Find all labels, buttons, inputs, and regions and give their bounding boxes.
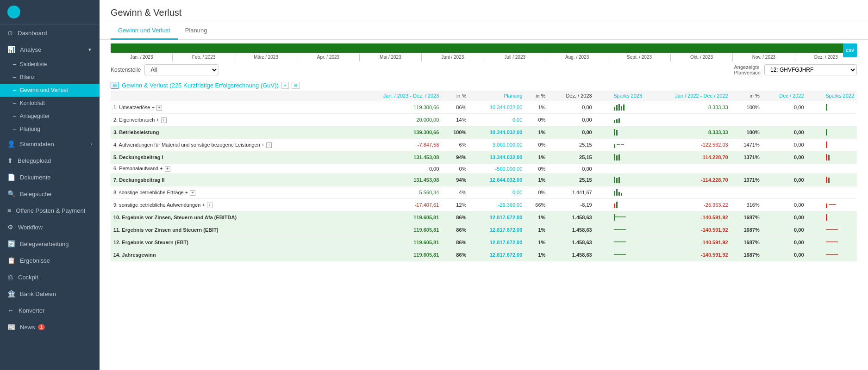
row-pct1: 86% — [442, 224, 469, 236]
row-val1: 131.453,08 — [352, 151, 442, 164]
expand-btn[interactable]: + — [161, 117, 167, 123]
sidebar-item-offene-posten[interactable]: ≡ Offene Posten & Payment — [0, 202, 100, 219]
row-pct3: 1371% — [731, 151, 762, 164]
chevron-down-icon: ▼ — [87, 47, 92, 52]
news-badge: 1 — [38, 324, 45, 330]
sidebar-item-dashboard[interactable]: ⊙ Dashboard — [0, 25, 100, 41]
svg-rect-26 — [614, 191, 615, 196]
row-spark2022 — [807, 249, 857, 261]
sidebar-item-saldenliste[interactable]: – Saldenliste — [0, 58, 100, 71]
row-pct1: 100% — [442, 126, 469, 139]
row-val1: -17.407,61 — [352, 199, 442, 211]
sidebar-item-bank-dateien-label: Bank Dateien — [20, 290, 56, 297]
expand-icon[interactable]: + — [281, 82, 289, 89]
sidebar-item-analyse[interactable]: 📊 Analyse ▼ — [0, 41, 100, 58]
sidebar-item-belegupload[interactable]: ⬆ Belegupload — [0, 152, 100, 169]
row-dez2 — [762, 164, 807, 174]
sidebar-item-anlagegueter[interactable]: – Anlagegüter — [0, 110, 100, 123]
row-val1: 119.605,81 — [352, 211, 442, 224]
month-sep: Sept. / 2023 — [608, 54, 670, 62]
sidebar-item-gewinn-verlust[interactable]: – Gewinn und Verlust — [0, 84, 100, 97]
row-pct2: 1% — [525, 101, 548, 114]
svg-rect-36 — [826, 214, 827, 221]
row-val1: 131.453,08 — [352, 174, 442, 186]
workflow-icon: ⚙ — [7, 223, 13, 231]
row-spark2023 — [595, 114, 645, 126]
sidebar-item-planung[interactable]: – Planung — [0, 123, 100, 136]
csv-button[interactable]: CSV — [843, 43, 857, 57]
month-aug: Aug. / 2023 — [546, 54, 608, 62]
row-dez: 25,15 — [548, 139, 594, 151]
expand-btn[interactable]: + — [190, 190, 195, 196]
add-icon[interactable]: ⊕ — [292, 82, 300, 89]
row-val1: 0,00 — [352, 164, 442, 174]
row-val1: 20.000,00 — [352, 114, 442, 126]
timeline-bar[interactable]: CSV — [111, 43, 857, 53]
svg-rect-15 — [826, 142, 827, 148]
sidebar-item-belegsuche[interactable]: 🔍 Belegsuche — [0, 185, 100, 202]
row-pct2: 1% — [525, 211, 548, 224]
row-spark2022 — [807, 174, 857, 186]
row-spark2022 — [807, 139, 857, 151]
svg-rect-24 — [826, 177, 827, 183]
row-spark2022 — [807, 101, 857, 114]
row-pct3 — [731, 114, 762, 126]
svg-rect-7 — [616, 119, 618, 123]
row-val2: -122.562,03 — [645, 139, 731, 151]
sidebar-item-kontoblatt-label: Kontoblatt — [20, 100, 45, 106]
page-title: Gewinn & Verlust — [111, 7, 857, 18]
timeline-months: Jan. / 2023 Feb. / 2023 März / 2023 Apr.… — [100, 53, 868, 62]
sidebar-item-ergebnisse[interactable]: 📋 Ergebnisse — [0, 252, 100, 269]
sidebar-item-stammdaten[interactable]: 👤 Stammdaten › — [0, 136, 100, 152]
row-pct2: 0% — [525, 164, 548, 174]
row-dez2 — [762, 114, 807, 126]
row-pct2: 66% — [525, 199, 548, 211]
expand-btn[interactable]: + — [156, 105, 162, 111]
sidebar-item-workflow[interactable]: ⚙ Workflow — [0, 219, 100, 235]
row-label: 5. Deckungsbeitrag I — [111, 151, 352, 164]
row-dez2: 0,00 — [762, 199, 807, 211]
svg-rect-29 — [621, 193, 622, 196]
expand-btn[interactable]: + — [165, 166, 170, 172]
row-val1: 119.300,66 — [352, 101, 442, 114]
row-pct1: 12% — [442, 199, 469, 211]
sidebar-item-kontoblatt[interactable]: – Kontoblatt — [0, 97, 100, 110]
table-icon: ⊞ — [111, 82, 119, 89]
sidebar-item-bilanz-label: Bilanz — [20, 74, 35, 80]
tab-planung[interactable]: Planung — [178, 22, 215, 40]
row-spark2023 — [595, 151, 645, 164]
sidebar-item-konverter[interactable]: ↔ Konverter — [0, 302, 100, 319]
row-val2: -114.228,70 — [645, 151, 731, 164]
sidebar-item-cockpit[interactable]: ⚖ Cockpit — [0, 269, 100, 285]
sidebar-item-dokumente[interactable]: 📄 Dokumente — [0, 169, 100, 185]
sidebar-item-news[interactable]: 📰 News 1 — [0, 319, 100, 335]
sidebar-item-analyse-label: Analyse — [20, 46, 41, 53]
row-pct1: 94% — [442, 174, 469, 186]
sidebar-item-belegverarbeitung[interactable]: 🔄 Belegverarbeitung — [0, 235, 100, 252]
sidebar-item-bilanz[interactable]: – Bilanz — [0, 71, 100, 84]
svg-rect-23 — [618, 177, 620, 183]
row-label: 3. Betriebsleistung — [111, 126, 352, 139]
row-pct1: 4% — [442, 186, 469, 199]
expand-btn[interactable]: + — [207, 203, 212, 208]
planversion-select[interactable]: 12: GHVFGJHRF — [764, 64, 857, 75]
row-dez2: 0,00 — [762, 224, 807, 236]
sidebar-item-belegverarbeitung-label: Belegverarbeitung — [20, 240, 69, 247]
row-pct3: 316% — [731, 199, 762, 211]
svg-rect-30 — [614, 204, 615, 208]
row-label: 9. sonstige betriebliche Aufwendungen ++ — [111, 199, 352, 211]
sidebar-logo — [0, 0, 100, 25]
tab-gewinn-verlust[interactable]: Gewinn und Verlust — [111, 22, 178, 40]
row-dez: 25,15 — [548, 174, 594, 186]
expand-btn[interactable]: + — [266, 142, 272, 148]
row-pct1: 86% — [442, 211, 469, 224]
row-spark2022 — [807, 126, 857, 139]
row-pct2: 0% — [525, 139, 548, 151]
kostenstelle-select[interactable]: All — [144, 64, 219, 75]
sidebar-item-bank-dateien[interactable]: 🏦 Bank Dateien — [0, 285, 100, 302]
row-label: 6. Personalaufwand ++ — [111, 164, 352, 174]
planversion-label: AngezeigtePlanversion — [734, 64, 761, 75]
svg-rect-27 — [616, 189, 618, 196]
row-label: 7. Deckungsbeitrag II — [111, 174, 352, 186]
row-val2: -140.591,92 — [645, 211, 731, 224]
